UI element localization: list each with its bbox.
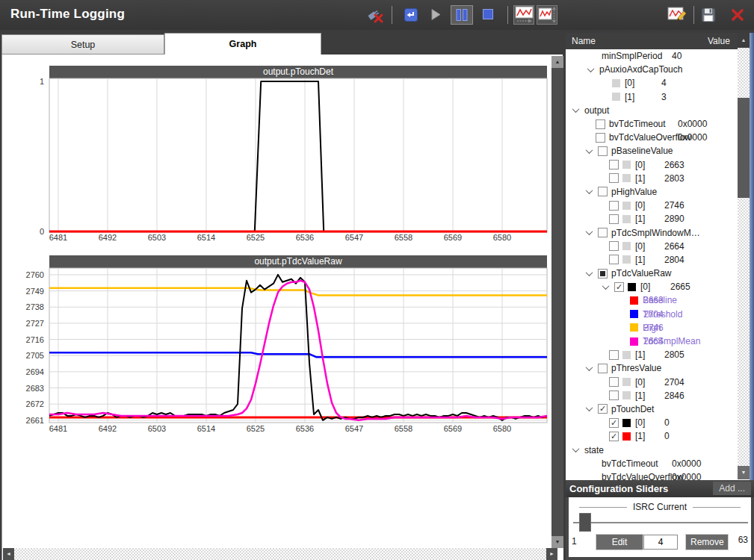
pause-button[interactable]	[451, 5, 473, 25]
tree-row[interactable]: [0]2746	[566, 199, 738, 212]
tree-row[interactable]: High2746	[566, 321, 738, 335]
chart-scroll-icon[interactable]	[513, 5, 534, 25]
save-icon[interactable]	[700, 7, 717, 26]
isrc-slider-track[interactable]	[573, 522, 748, 523]
tree-row[interactable]: [1]2805	[566, 348, 738, 361]
tree-row[interactable]: pThresValue	[566, 361, 738, 375]
tree-checkbox[interactable]	[596, 119, 605, 129]
scroll-up-icon[interactable]: ▲	[551, 56, 563, 68]
tree-checkbox[interactable]	[609, 255, 619, 264]
chevron-down-icon[interactable]	[572, 445, 580, 452]
edit-graph-icon[interactable]	[667, 6, 687, 27]
tree-row[interactable]: bvTdcValueOverflow0x0000	[566, 470, 738, 480]
tree-checkbox[interactable]	[609, 173, 619, 183]
tree-checkbox[interactable]	[609, 160, 619, 169]
tree-row[interactable]: [0]2704	[566, 376, 738, 389]
tree-row[interactable]: TdcSmplMean2664	[566, 335, 738, 348]
tree-checkbox[interactable]	[609, 377, 619, 387]
tree-checkbox[interactable]	[598, 187, 608, 196]
tree-row[interactable]: [0]2663	[566, 158, 738, 172]
tree-scrollbar[interactable]: ▲ ▼	[738, 33, 750, 479]
scroll-up-icon[interactable]: ▲	[738, 33, 750, 48]
tree-row[interactable]: [0]2664	[566, 240, 738, 253]
tree-row[interactable]: [1]2890	[566, 212, 738, 225]
column-name[interactable]: Name	[572, 36, 596, 46]
chevron-down-icon[interactable]	[602, 282, 610, 290]
tree-checkbox[interactable]	[609, 241, 619, 251]
tree-checkbox[interactable]	[609, 350, 619, 360]
chevron-down-icon[interactable]	[586, 228, 593, 235]
remove-button[interactable]: Remove	[685, 534, 729, 550]
tree-row[interactable]: state	[566, 443, 738, 456]
chevron-down-icon[interactable]	[586, 269, 593, 276]
chevron-down-icon[interactable]	[586, 364, 593, 371]
tree-row[interactable]: [1]2846	[566, 389, 738, 402]
series-color-swatch	[630, 337, 638, 346]
tree-row[interactable]: ✓[0]0	[566, 416, 738, 429]
tree-checkbox[interactable]	[609, 214, 619, 224]
graph-vertical-scrollbar[interactable]: ▲ ▼	[551, 56, 563, 548]
play-icon[interactable]	[431, 9, 442, 24]
tree-checkbox[interactable]: ✓	[609, 418, 619, 428]
chevron-down-icon[interactable]	[586, 187, 593, 195]
tree-checkbox[interactable]	[596, 133, 605, 143]
graph-horizontal-scrollbar[interactable]: ◄ ►	[3, 548, 557, 560]
tree-value: 0	[664, 417, 670, 428]
tree-row[interactable]: output	[566, 104, 738, 117]
add-slider-button[interactable]: Add ...	[713, 482, 751, 495]
tree-row[interactable]: pTdcSmplWindowM…	[566, 225, 738, 239]
tree-row[interactable]: bvTdcTimeout0x0000	[566, 117, 738, 131]
scroll-down-icon[interactable]: ▼	[551, 536, 563, 548]
tree-row[interactable]: [1]2803	[566, 172, 738, 185]
scrollbar-track[interactable]	[14, 548, 546, 560]
tree-row[interactable]: pAuxioAxdCapTouch	[566, 63, 738, 76]
chevron-down-icon[interactable]	[586, 146, 593, 154]
tree-checkbox[interactable]: ✓	[614, 282, 624, 292]
tab-graph[interactable]: Graph	[164, 33, 321, 55]
tree-value: 0x0000	[672, 472, 701, 480]
tree-checkbox[interactable]	[598, 146, 608, 156]
tree-checkbox[interactable]	[598, 228, 608, 237]
stop-icon[interactable]	[483, 9, 494, 23]
chevron-down-icon[interactable]	[587, 65, 595, 72]
disconnect-icon[interactable]	[365, 5, 385, 28]
tree-row[interactable]: pTdcValueRaw	[566, 267, 738, 280]
tree-checkbox[interactable]: ✓	[609, 432, 619, 441]
chart-window-icon[interactable]	[537, 5, 557, 25]
tree-checkbox[interactable]	[609, 391, 619, 400]
tree-row[interactable]: [0]4	[566, 76, 738, 90]
tree-checkbox[interactable]: ✓	[598, 404, 608, 414]
scroll-right-icon[interactable]: ►	[546, 548, 557, 560]
tree-row[interactable]: pHighValue	[566, 185, 738, 199]
edit-button[interactable]: Edit	[596, 534, 643, 550]
restart-icon[interactable]	[404, 8, 418, 25]
tree-row[interactable]: ✓[1]0	[566, 429, 738, 443]
slider-value-input[interactable]	[643, 535, 678, 550]
scrollbar-thumb[interactable]	[738, 98, 750, 198]
chevron-down-icon[interactable]	[586, 405, 593, 412]
tree-checkbox[interactable]	[609, 201, 619, 211]
series-color-swatch	[630, 323, 638, 332]
tree-row[interactable]: [1]2804	[566, 253, 738, 267]
tree-row[interactable]: ✓[0]2665	[566, 280, 738, 293]
series-color-swatch	[612, 93, 620, 101]
tree-row[interactable]: bvTdcTimeout0x0000	[566, 457, 738, 470]
tree-checkbox[interactable]	[598, 364, 608, 373]
column-value[interactable]: Value	[708, 36, 730, 46]
tree-row[interactable]: [1]3	[566, 90, 738, 104]
series-color-swatch	[612, 79, 620, 87]
tree-row[interactable]: Baseline2663	[566, 293, 738, 307]
scroll-down-icon[interactable]: ▼	[738, 466, 750, 479]
tree-row[interactable]: ✓pTouchDet	[566, 402, 738, 416]
tree-row[interactable]: Threshold2704	[566, 308, 738, 321]
isrc-slider-thumb[interactable]	[579, 513, 591, 532]
tree-row[interactable]: bvTdcValueOverflow0x0000	[566, 131, 738, 144]
scroll-left-icon[interactable]: ◄	[3, 548, 14, 560]
tab-setup[interactable]: Setup	[1, 34, 164, 55]
tree-row[interactable]: pBaselineValue	[566, 144, 738, 158]
tree-checkbox[interactable]	[598, 269, 608, 279]
close-icon[interactable]	[730, 7, 745, 25]
chevron-down-icon[interactable]	[572, 105, 580, 113]
tree-value: 2890	[664, 214, 685, 224]
tree-row[interactable]: minSmplPeriod40	[566, 49, 738, 63]
